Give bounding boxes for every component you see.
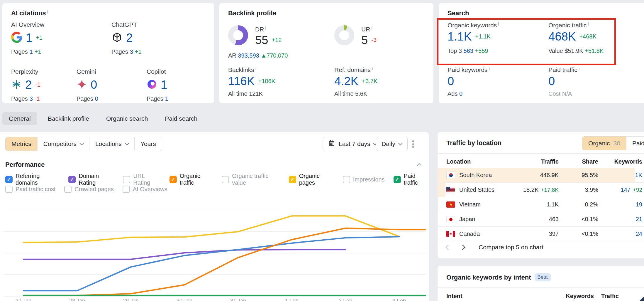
table-row-vietnam: ★Vietnam 1.1K 0.2% 19 xyxy=(438,197,644,212)
series-organic-traffic xyxy=(23,228,425,295)
keywords-link[interactable]: 24 xyxy=(636,231,642,237)
col-location[interactable]: Location xyxy=(438,158,507,165)
ref-domains-value[interactable]: 4.2K xyxy=(334,75,358,88)
date-range-button[interactable]: Last 7 days xyxy=(323,137,382,151)
checkbox-icon[interactable]: ✓ xyxy=(5,176,13,183)
metric-organic-traffic[interactable]: ✓Organic traffic xyxy=(170,173,213,186)
perplexity-pages: Pages3-1 xyxy=(11,95,42,102)
next-page-icon[interactable] xyxy=(460,245,465,250)
filter-years[interactable]: Years xyxy=(135,137,162,151)
intent-title-row: Organic keywords by intentBeta xyxy=(446,273,551,281)
series-referring-domains xyxy=(23,237,399,291)
ai-overview-count: 1 xyxy=(26,31,32,44)
svg-text:27 Jan: 27 Jan xyxy=(16,298,31,301)
google-icon xyxy=(11,32,22,44)
location-table-body: South Korea 446.9K 95.5% 1K United State… xyxy=(438,168,644,241)
checkbox-icon[interactable]: ✓ xyxy=(68,176,76,183)
perplexity-count: 2 xyxy=(25,78,32,91)
col-share[interactable]: Share xyxy=(559,158,598,165)
info-icon[interactable]: i xyxy=(255,66,257,71)
filter-locations[interactable]: Locations xyxy=(89,137,135,151)
col-traffic[interactable]: Traffic xyxy=(507,158,559,165)
location-pager: Compare top 5 on chart xyxy=(446,244,543,251)
info-icon[interactable]: i xyxy=(579,66,580,71)
metric-referring-domains[interactable]: ✓Referring domains xyxy=(5,173,60,186)
metric-organic-pages[interactable]: ✓Organic pages xyxy=(289,173,334,186)
compare-top5-link[interactable]: Compare top 5 on chart xyxy=(479,244,543,251)
info-icon[interactable]: i xyxy=(265,26,266,31)
ref-domains-delta: +3.7K xyxy=(362,78,377,85)
info-icon[interactable]: i xyxy=(489,66,490,71)
metric-domain-rating[interactable]: ✓Domain Rating xyxy=(68,173,114,186)
info-icon[interactable]: i xyxy=(498,22,499,26)
ur-delta: -3 xyxy=(371,37,377,43)
organic-keywords-value[interactable]: 1.1K xyxy=(448,30,472,43)
keywords-link[interactable]: 1K xyxy=(635,172,642,178)
metric-url-rating[interactable]: ✓URL Rating xyxy=(123,173,160,186)
metric-crawled-pages[interactable]: ✓Crawled pages xyxy=(64,186,113,193)
toggle-organic[interactable]: Organic30 xyxy=(582,137,626,150)
metric-organic-traffic-value[interactable]: ✓Organic traffic value xyxy=(222,173,280,186)
dr-gauge xyxy=(228,25,248,45)
cost-line: Cost N/A xyxy=(548,90,572,97)
more-options-button[interactable] xyxy=(410,138,416,150)
ai-overview-delta: +1 xyxy=(36,34,43,41)
checkbox-icon[interactable]: ✓ xyxy=(123,176,130,183)
ai-overview-pages: Pages1+1 xyxy=(11,48,44,55)
organic-traffic-value[interactable]: 468K xyxy=(548,30,576,43)
info-icon[interactable]: i xyxy=(372,66,373,71)
copilot-pages: Pages1 xyxy=(147,95,170,102)
chevron-down-icon xyxy=(79,141,84,146)
tab-backlink-profile[interactable]: Backlink profile xyxy=(41,112,96,125)
granularity-button[interactable]: Daily xyxy=(376,137,408,151)
top3-value[interactable]: 563 xyxy=(464,48,473,54)
checkbox-icon[interactable]: ✓ xyxy=(170,176,177,183)
ar-value[interactable]: 393,593 xyxy=(238,52,259,59)
checkbox-icon[interactable]: ✓ xyxy=(64,186,72,193)
paid-keywords-value[interactable]: 0 xyxy=(448,75,454,88)
checkbox-icon[interactable]: ✓ xyxy=(123,186,130,193)
section-tabs: General Backlink profile Organic search … xyxy=(2,112,204,125)
gemini-pages: Pages0 xyxy=(77,95,100,102)
toggle-paid[interactable]: Paid0 xyxy=(626,137,644,150)
info-icon[interactable]: i xyxy=(588,22,589,26)
info-icon[interactable]: i xyxy=(371,26,372,31)
svg-text:2 Feb: 2 Feb xyxy=(339,298,352,301)
checkbox-icon[interactable]: ✓ xyxy=(5,186,13,193)
tab-paid-search[interactable]: Paid search xyxy=(158,112,204,125)
metric-impressions[interactable]: ✓Impressions xyxy=(343,176,385,183)
ref-domains-alltime: All time 5.6K xyxy=(334,90,367,97)
keywords-link[interactable]: 147 xyxy=(621,186,630,193)
prev-page-icon[interactable] xyxy=(445,245,451,250)
tab-organic-search[interactable]: Organic search xyxy=(100,112,154,125)
keywords-by-intent-card: Organic keywords by intentBeta Intent Ke… xyxy=(438,266,644,301)
collapse-chevron-icon[interactable] xyxy=(417,163,422,168)
filter-competitors[interactable]: Competitors xyxy=(38,137,89,151)
metric-paid-traffic-cost[interactable]: ✓Paid traffic cost xyxy=(5,186,55,193)
checkbox-icon[interactable]: ✓ xyxy=(222,176,229,183)
chatgpt-count: 2 xyxy=(126,31,133,44)
ur-value: 5 xyxy=(361,33,368,47)
table-row-united-states: United States 18.2K+17.8K 3.9% 147+92 xyxy=(438,183,644,197)
backlinks-value[interactable]: 116K xyxy=(228,75,255,88)
perplexity-icon xyxy=(11,79,22,91)
united-states-flag-icon xyxy=(446,187,455,193)
tab-general[interactable]: General xyxy=(2,112,37,125)
checkbox-icon[interactable]: ✓ xyxy=(289,176,296,183)
keywords-link[interactable]: 21 xyxy=(636,216,642,222)
checkbox-icon[interactable]: ✓ xyxy=(394,176,401,183)
filter-metrics[interactable]: Metrics xyxy=(6,137,38,151)
search-title: Search xyxy=(448,9,469,17)
ai-citations-title: AI citationsi xyxy=(11,9,48,17)
info-icon[interactable]: i xyxy=(47,10,48,14)
keywords-link[interactable]: 19 xyxy=(636,201,642,208)
metric-checkbox-row-2: ✓Paid traffic cost ✓Crawled pages ✓AI Ov… xyxy=(5,186,167,193)
checkbox-icon[interactable]: ✓ xyxy=(343,176,350,183)
metric-ai-overviews[interactable]: ✓AI Overviews xyxy=(123,186,167,193)
vietnam-flag-icon: ★ xyxy=(446,201,455,208)
paid-traffic-value[interactable]: 0 xyxy=(548,75,555,88)
japan-flag-icon xyxy=(446,216,455,222)
metric-paid-traffic[interactable]: ✓Paid traffic xyxy=(394,173,429,186)
col-keywords[interactable]: Keywords xyxy=(598,158,644,165)
svg-text:29 Jan: 29 Jan xyxy=(123,298,139,301)
